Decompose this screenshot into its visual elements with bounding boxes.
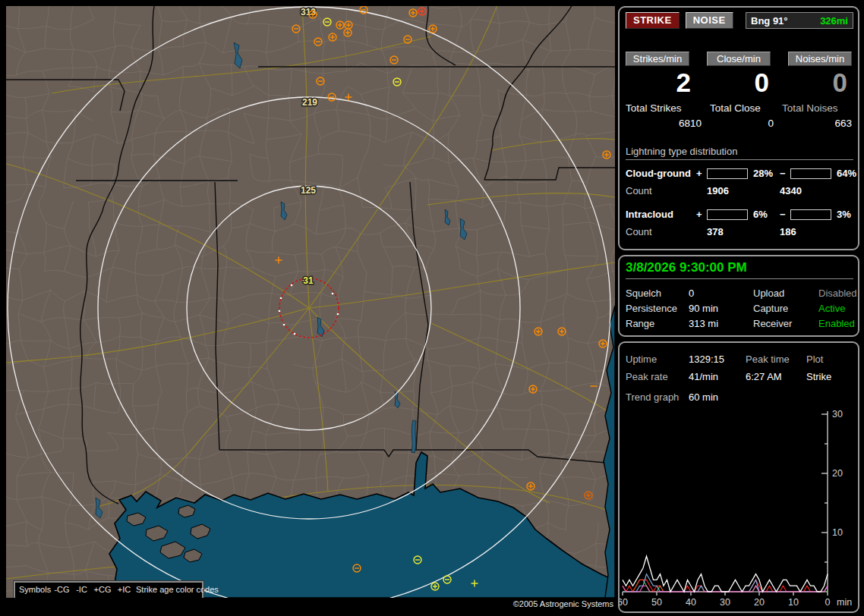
settings-grid: Squelch 0 Upload Disabled Persistence 90…	[626, 286, 853, 332]
svg-text:313: 313	[301, 7, 316, 17]
svg-text:50: 50	[651, 597, 662, 608]
svg-text:40: 40	[686, 597, 696, 608]
bearing-readout: Bng 91° 326mi	[746, 12, 853, 29]
svg-text:0: 0	[825, 597, 831, 608]
noises-per-min-value: 0	[782, 68, 847, 98]
map-legend: Symbols -CG -IC +CG +IC Strike age color…	[14, 581, 203, 598]
trend-panel: Uptime 1329:15 Peak time Plot Peak rate …	[618, 341, 859, 613]
plus-ic-recent-icon: +	[114, 596, 134, 598]
cg-minus-bar	[790, 168, 831, 179]
svg-text:219: 219	[302, 97, 317, 108]
svg-text:10: 10	[832, 527, 843, 538]
svg-text:20: 20	[754, 597, 765, 608]
strike-counters-panel: STRIKE NOISE Bng 91° 326mi Strikes/min C…	[618, 6, 859, 250]
intracloud-counts: Count 378 186	[626, 226, 858, 237]
close-per-min-chip: Close/min	[707, 52, 771, 66]
close-per-min-value: 0	[704, 68, 769, 98]
ic-plus-bar	[707, 209, 748, 220]
legend-recent-row: Recent ⊖ − ⊕ + 15+ 30+ 45+	[15, 596, 202, 598]
strike-button[interactable]: STRIKE	[626, 12, 680, 29]
strikes-per-min-value: 2	[626, 68, 691, 98]
ic-minus-bar	[790, 209, 831, 220]
intracloud-row: Intracloud + 6% − 3%	[626, 209, 858, 220]
svg-text:30: 30	[832, 409, 843, 420]
total-noises: Total Noises 663	[782, 102, 852, 129]
svg-text:30: 30	[720, 597, 730, 608]
cg-plus-bar	[707, 168, 748, 179]
cloud-ground-row: Cloud-ground + 28% − 64%	[626, 168, 858, 179]
distribution-title: Lightning type distribution	[626, 146, 853, 160]
legend-header-row: Symbols -CG -IC +CG +IC Strike age color…	[15, 584, 202, 596]
minus-cg-recent-icon: ⊖	[52, 596, 72, 598]
uptime-grid: Uptime 1329:15 Peak time Plot Peak rate …	[626, 350, 853, 385]
app-window: 313 219 125 31 Symbols -CG -IC +CG +IC S…	[0, 0, 864, 616]
total-close: Total Close 0	[710, 102, 774, 129]
svg-text:10: 10	[788, 597, 799, 608]
total-strikes: Total Strikes 6810	[626, 102, 702, 129]
svg-text:min: min	[837, 597, 852, 608]
noise-button[interactable]: NOISE	[686, 12, 733, 29]
copyright-text: ©2005 Astrogenic Systems	[6, 599, 615, 608]
upload-state: Disabled	[818, 286, 857, 301]
bearing-value: Bng 91°	[751, 15, 788, 27]
status-panel: 3/8/2026 9:30:00 PM Squelch 0 Upload Dis…	[618, 255, 859, 337]
svg-text:31: 31	[303, 275, 314, 286]
svg-text:125: 125	[301, 185, 316, 196]
lightning-map: 313 219 125 31	[6, 6, 615, 598]
noises-per-min-chip: Noises/min	[788, 52, 852, 66]
trend-graph: 1020306050403020100min	[620, 408, 858, 611]
strikes-per-min-chip: Strikes/min	[626, 52, 689, 66]
plus-cg-recent-icon: ⊕	[91, 596, 114, 598]
svg-text:20: 20	[832, 468, 843, 479]
bearing-distance: 326mi	[820, 15, 848, 27]
trend-window-row: Trend graph 60 min	[626, 391, 853, 403]
map-view[interactable]: 313 219 125 31 Symbols -CG -IC +CG +IC S…	[6, 6, 615, 598]
cloud-ground-counts: Count 1906 4340	[626, 185, 858, 196]
datetime-display: 3/8/2026 9:30:00 PM	[626, 260, 853, 279]
receiver-state: Enabled	[818, 316, 857, 332]
minus-ic-recent-icon: −	[72, 596, 91, 598]
capture-state: Active	[818, 301, 857, 316]
svg-text:60: 60	[620, 597, 628, 608]
